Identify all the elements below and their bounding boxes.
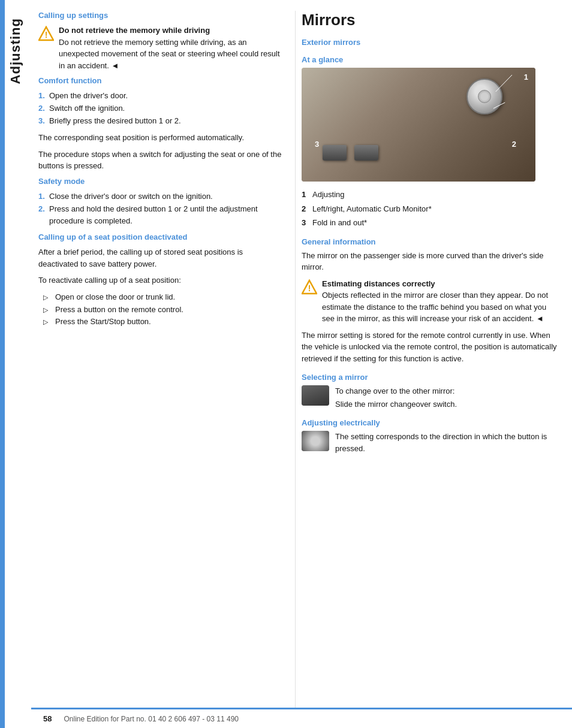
image-lines <box>302 68 535 182</box>
selecting-mirror-heading: Selecting a mirror <box>302 373 560 382</box>
right-column: Mirrors Exterior mirrors At a glance <box>295 11 572 708</box>
comfort-note-2: The procedure stops when a switch for ad… <box>38 149 283 172</box>
comfort-function-heading: Comfort function <box>38 76 283 85</box>
seat-position-bullets: Open or close the door or trunk lid. Pre… <box>38 291 283 328</box>
seat-bullet-2: Press a button on the remote control. <box>43 304 283 316</box>
seat-bullet-1: Open or close the door or trunk lid. <box>43 291 283 304</box>
step-num-1: 1. <box>38 90 49 102</box>
svg-text:!: ! <box>45 30 48 40</box>
seat-bullet-1-text: Open or close the door or trunk lid. <box>55 291 175 304</box>
svg-text:!: ! <box>308 283 311 293</box>
warning-text-driving: Do not retrieve the memory while driving… <box>59 25 283 71</box>
general-information-heading: General information <box>302 237 560 246</box>
comfort-step-3: 3. Briefly press the desired button 1 or… <box>38 115 283 128</box>
warning-body: Do not retrieve the memory setting while… <box>59 38 280 70</box>
svg-line-3 <box>493 102 505 108</box>
item-text-2: Left/right, Automatic Curb Monitor* <box>312 203 432 215</box>
sidebar-label: Adjusting <box>8 18 23 84</box>
general-info-body: The mirror on the passenger side is more… <box>302 250 560 273</box>
seat-bullet-3: Press the Start/Stop button. <box>43 316 283 328</box>
general-information-section: General information The mirror on the pa… <box>302 237 560 365</box>
calling-up-settings-section: Calling up settings ! Do not retrieve th… <box>38 11 283 71</box>
warning-block-distances: ! Estimating distances correctly Objects… <box>302 278 560 325</box>
svg-line-2 <box>496 75 512 92</box>
warning-icon: ! <box>38 26 54 41</box>
warning-icon-distances: ! <box>302 279 317 295</box>
selecting-mirror-block: To change over to the other mirror: Slid… <box>302 385 560 410</box>
step-text-1: Open the driver's door. <box>49 90 128 102</box>
warning-block-driving: ! Do not retrieve the memory while drivi… <box>38 25 283 71</box>
left-column: Calling up settings ! Do not retrieve th… <box>31 11 295 708</box>
step-num-2: 2. <box>38 102 49 115</box>
comfort-step-2: 2. Switch off the ignition. <box>38 102 283 115</box>
mirror-image-inner: 1 2 3 <box>302 68 535 182</box>
adjusting-electrically-section: Adjusting electrically The setting corre… <box>302 418 560 454</box>
safety-mode-heading: Safety mode <box>38 177 283 186</box>
adjusting-electrically-text: The setting corresponds to the direction… <box>335 431 560 454</box>
item-num-1: 1 <box>302 189 312 201</box>
selecting-mirror-section: Selecting a mirror To change over to the… <box>302 373 560 410</box>
seat-position-body2: To reactivate calling up of a seat posit… <box>38 274 283 286</box>
item-num-3: 3 <box>302 217 312 229</box>
warning-body-distances: Objects reflected in the mirror are clos… <box>322 291 548 323</box>
step-text-2: Switch off the ignition. <box>49 102 125 115</box>
seat-position-heading: Calling up of a seat position deactivate… <box>38 232 283 241</box>
step-num-3: 3. <box>38 115 49 128</box>
at-a-glance-heading: At a glance <box>302 55 560 64</box>
warning-title-distances: Estimating distances correctly <box>322 279 435 288</box>
selecting-mirror-line2: Slide the mirror changeover switch. <box>335 398 457 410</box>
safety-step-num-2: 2. <box>38 203 49 228</box>
at-a-glance-item-1: 1 Adjusting <box>302 189 560 201</box>
seat-bullet-2-text: Press a button on the remote control. <box>55 304 183 316</box>
sidebar: Adjusting <box>0 0 31 728</box>
warning-text-distances: Estimating distances correctly Objects r… <box>322 278 560 325</box>
adjusting-electrically-block: The setting corresponds to the direction… <box>302 431 560 454</box>
sidebar-bar <box>0 0 5 728</box>
safety-step-2: 2. Press and hold the desired button 1 o… <box>38 203 283 228</box>
exterior-mirrors-heading: Exterior mirrors <box>302 38 560 47</box>
warning-line1: Do not retrieve the memory while driving <box>59 26 210 35</box>
back-mark-1: ◄ <box>111 61 119 70</box>
safety-mode-section: Safety mode 1. Close the driver's door o… <box>38 177 283 228</box>
adjusting-electrically-body: The setting corresponds to the direction… <box>335 431 560 454</box>
safety-step-num-1: 1. <box>38 191 49 203</box>
comfort-note-1: The corresponding seat position is perfo… <box>38 132 283 144</box>
safety-step-1: 1. Close the driver's door or switch on … <box>38 191 283 203</box>
selecting-mirror-text: To change over to the other mirror: Slid… <box>335 385 457 410</box>
seat-bullet-3-text: Press the Start/Stop button. <box>55 316 151 328</box>
footer-text: Online Edition for Part no. 01 40 2 606 … <box>64 715 239 723</box>
adjusting-electrically-icon-box <box>302 431 329 451</box>
comfort-function-section: Comfort function 1. Open the driver's do… <box>38 76 283 172</box>
general-info-body2: The mirror setting is stored for the rem… <box>302 330 560 365</box>
seat-position-body1: After a brief period, the calling up of … <box>38 246 283 270</box>
item-text-1: Adjusting <box>312 189 344 201</box>
back-mark-2: ◄ <box>536 314 544 323</box>
safety-step-text-2: Press and hold the desired button 1 or 2… <box>49 203 283 228</box>
comfort-steps-list: 1. Open the driver's door. 2. Switch off… <box>38 90 283 127</box>
safety-steps-list: 1. Close the driver's door or switch on … <box>38 191 283 228</box>
step-text-3: Briefly press the desired button 1 or 2. <box>49 115 181 128</box>
columns: Calling up settings ! Do not retrieve th… <box>31 0 572 708</box>
comfort-step-1: 1. Open the driver's door. <box>38 90 283 102</box>
footer-page-number: 58 <box>43 714 52 723</box>
selecting-mirror-icon-box <box>302 385 329 406</box>
at-a-glance-item-3: 3 Fold in and out* <box>302 217 560 229</box>
main-content: Calling up settings ! Do not retrieve th… <box>31 0 572 728</box>
item-num-2: 2 <box>302 203 312 215</box>
item-text-3: Fold in and out* <box>312 217 367 229</box>
at-a-glance-item-2: 2 Left/right, Automatic Curb Monitor* <box>302 203 560 215</box>
safety-step-text-1: Close the driver's door or switch on the… <box>49 191 213 203</box>
selecting-mirror-line1: To change over to the other mirror: <box>335 385 457 397</box>
at-a-glance-items: 1 Adjusting 2 Left/right, Automatic Curb… <box>302 189 560 229</box>
calling-up-settings-heading: Calling up settings <box>38 11 283 20</box>
footer: 58 Online Edition for Part no. 01 40 2 6… <box>31 708 572 728</box>
mirror-image: 1 2 3 <box>302 68 535 182</box>
seat-position-section: Calling up of a seat position deactivate… <box>38 232 283 328</box>
mirrors-title: Mirrors <box>302 11 560 29</box>
adjusting-electrically-heading: Adjusting electrically <box>302 418 560 427</box>
